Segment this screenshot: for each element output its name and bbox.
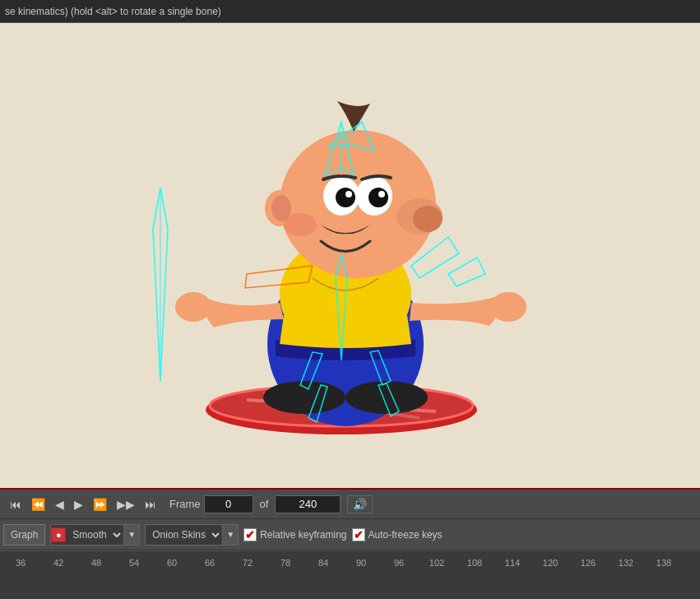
- onion-skins-dropdown-arrow[interactable]: ▼: [222, 525, 238, 545]
- graph-button[interactable]: Graph: [3, 524, 45, 546]
- forward-step-icon: ⏩: [93, 498, 107, 511]
- timeline-number: 36: [2, 558, 39, 568]
- timeline-number: 114: [494, 558, 531, 568]
- onion-chevron-down-icon: ▼: [226, 530, 234, 539]
- relative-keyframing-checkmark: ✔: [245, 528, 255, 541]
- timeline-number: 84: [304, 558, 342, 568]
- back-button[interactable]: ◀: [52, 496, 67, 513]
- chevron-down-icon: ▼: [127, 530, 136, 539]
- timeline-number: 90: [342, 558, 380, 568]
- svg-point-16: [378, 191, 385, 197]
- current-frame-input[interactable]: [204, 495, 253, 513]
- timeline-number: 48: [77, 558, 115, 568]
- relative-keyframing-label: Relative keyframing: [260, 529, 346, 541]
- speaker-icon: 🔊: [353, 498, 367, 511]
- rewind-start-icon: ⏮: [10, 498, 21, 511]
- timeline-number: 132: [607, 558, 645, 568]
- auto-freeze-keys-group: ✔ Auto-freeze keys: [352, 528, 443, 541]
- svg-point-14: [369, 188, 388, 207]
- relative-keyframing-group: ✔ Relative keyframing: [243, 528, 346, 541]
- character-illustration: [0, 23, 700, 488]
- smooth-icon-glyph: ●: [56, 530, 62, 540]
- step-back-icon: ⏪: [31, 498, 45, 511]
- onion-skins-select[interactable]: Onion Skins: [146, 525, 222, 545]
- timeline-numbers: 3642485460667278849096102108114120126132…: [2, 551, 700, 573]
- svg-point-21: [490, 292, 526, 322]
- timeline-number: 60: [153, 558, 191, 568]
- canvas-area: [0, 23, 700, 488]
- auto-freeze-keys-checkmark: ✔: [354, 528, 364, 541]
- forward-to-end-button[interactable]: ⏭: [141, 496, 160, 513]
- svg-point-13: [336, 188, 355, 207]
- frame-label: Frame: [169, 498, 201, 510]
- timeline-number: 96: [380, 558, 418, 568]
- timeline-number: 72: [229, 558, 267, 568]
- timeline-bar: 3642485460667278849096102108114120126132…: [0, 550, 700, 573]
- forward-end-icon: ⏭: [145, 498, 156, 511]
- transport-bar: ⏮ ⏪ ◀ ▶ ⏩ ▶▶ ⏭ Frame of 🔊: [0, 488, 700, 519]
- forward-button[interactable]: ▶▶: [114, 496, 138, 513]
- timeline-number: 126: [569, 558, 607, 568]
- speaker-button[interactable]: 🔊: [347, 495, 373, 513]
- step-back-button[interactable]: ⏪: [28, 496, 49, 513]
- forward-icon: ▶▶: [117, 498, 135, 511]
- svg-point-18: [413, 206, 443, 232]
- timeline-number: 66: [191, 558, 229, 568]
- svg-point-22: [263, 381, 345, 414]
- back-icon: ◀: [55, 498, 64, 511]
- timeline-number: 102: [418, 558, 456, 568]
- status-bar: se kinematics) (hold <alt> to rotate a s…: [0, 0, 700, 23]
- smooth-select[interactable]: Smooth: [66, 525, 123, 545]
- timeline-number: 42: [39, 558, 77, 568]
- total-frames-input[interactable]: [275, 495, 341, 513]
- play-icon: ▶: [74, 498, 83, 511]
- options-bar: Graph ● Smooth ▼ Onion Skins ▼ ✔ Relativ…: [0, 519, 700, 550]
- svg-point-20: [175, 292, 211, 322]
- timeline-number: 78: [267, 558, 304, 568]
- svg-point-19: [284, 213, 317, 236]
- timeline-number: 54: [115, 558, 153, 568]
- smooth-icon[interactable]: ●: [51, 527, 66, 542]
- onion-skins-dropdown: Onion Skins ▼: [145, 524, 239, 546]
- rewind-to-start-button[interactable]: ⏮: [7, 496, 25, 513]
- play-button[interactable]: ▶: [71, 496, 86, 513]
- smooth-dropdown-arrow[interactable]: ▼: [123, 525, 139, 545]
- auto-freeze-keys-checkbox[interactable]: ✔: [352, 528, 365, 541]
- svg-point-23: [345, 381, 428, 414]
- status-text: se kinematics) (hold <alt> to rotate a s…: [5, 6, 221, 17]
- relative-keyframing-checkbox[interactable]: ✔: [243, 528, 257, 541]
- forward-step-button[interactable]: ⏩: [90, 496, 110, 513]
- graph-label: Graph: [11, 529, 38, 541]
- auto-freeze-keys-label: Auto-freeze keys: [369, 529, 443, 541]
- timeline-number: 108: [456, 558, 494, 568]
- of-label: of: [260, 498, 269, 510]
- timeline-number: 120: [531, 558, 569, 568]
- smooth-dropdown: ● Smooth ▼: [50, 524, 140, 546]
- timeline-number: 138: [645, 558, 683, 568]
- svg-point-15: [345, 191, 352, 197]
